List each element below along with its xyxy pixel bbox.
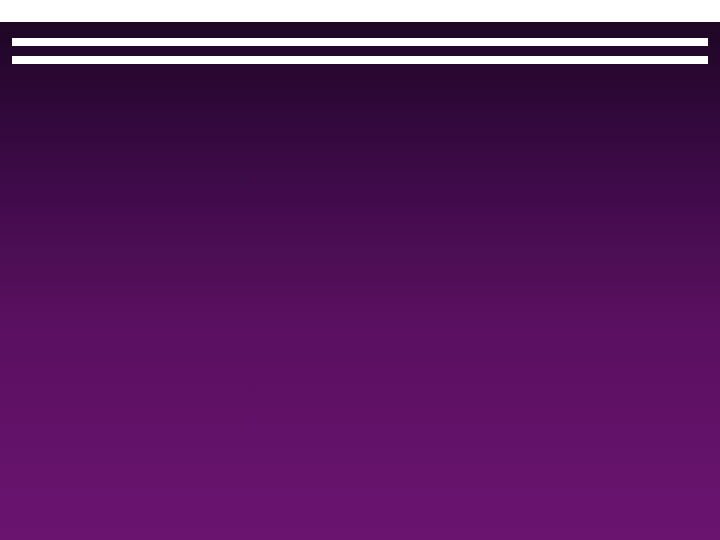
merge-figure-bottom: [12, 56, 708, 64]
slide-header: [0, 0, 720, 22]
merge-figure-top: [12, 38, 708, 46]
